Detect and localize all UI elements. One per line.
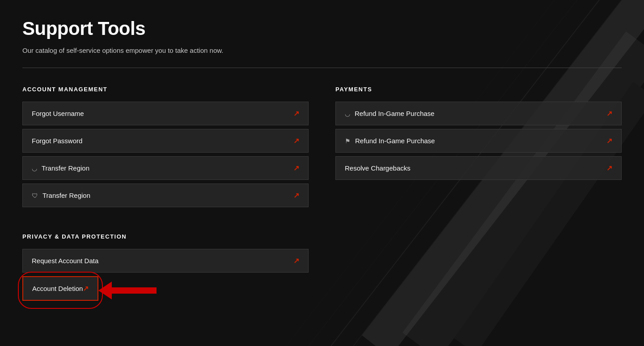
forgot-password-label: Forgot Password <box>32 137 82 145</box>
refund-ingame-2-arrow-icon: ↗ <box>606 137 612 145</box>
request-account-data-button[interactable]: Request Account Data ↗ <box>22 249 309 273</box>
resolve-chargebacks-arrow-icon: ↗ <box>606 164 612 172</box>
payments-section: PAYMENTS ◡ Refund In-Game Purchase ↗ ⚑ R… <box>335 86 622 211</box>
privacy-buttons-container: Request Account Data ↗ Account Deletion … <box>22 249 309 304</box>
refund-ingame-1-label: Refund In-Game Purchase <box>355 110 434 117</box>
forgot-username-arrow-icon: ↗ <box>293 109 299 118</box>
refund-ingame-2-button[interactable]: ⚑ Refund In-Game Purchase ↗ <box>335 129 622 153</box>
request-account-data-arrow-icon: ↗ <box>293 256 299 265</box>
account-deletion-button[interactable]: Account Deletion ↗ <box>22 276 98 301</box>
refund-ingame-1-icon: ◡ <box>345 110 350 117</box>
refund-ingame-1-arrow-icon: ↗ <box>606 109 612 118</box>
transfer-region-1-icon: ◡ <box>32 165 37 172</box>
transfer-region-1-arrow-icon: ↗ <box>293 164 299 172</box>
resolve-chargebacks-button[interactable]: Resolve Chargebacks ↗ <box>335 156 622 180</box>
account-deletion-label: Account Deletion <box>32 285 83 292</box>
transfer-region-1-button[interactable]: ◡ Transfer Region ↗ <box>22 156 309 180</box>
transfer-region-2-label: Transfer Region <box>42 192 90 199</box>
section-divider <box>22 68 622 68</box>
page-title: Support Tools <box>22 18 622 39</box>
annotation-arrow <box>98 282 157 299</box>
forgot-username-button[interactable]: Forgot Username ↗ <box>22 102 309 125</box>
payments-title: PAYMENTS <box>335 86 622 93</box>
forgot-password-button[interactable]: Forgot Password ↗ <box>22 129 309 153</box>
main-container: Support Tools Our catalog of self-servic… <box>0 0 644 322</box>
forgot-password-arrow-icon: ↗ <box>293 137 299 145</box>
account-management-title: ACCOUNT MANAGEMENT <box>22 86 309 93</box>
refund-ingame-2-icon: ⚑ <box>345 137 351 145</box>
transfer-region-1-label: Transfer Region <box>42 164 89 172</box>
transfer-region-2-button[interactable]: 🛡 Transfer Region ↗ <box>22 184 309 207</box>
transfer-region-2-icon: 🛡 <box>32 192 38 199</box>
request-account-data-label: Request Account Data <box>32 257 98 265</box>
account-deletion-arrow-icon: ↗ <box>83 284 89 293</box>
transfer-region-2-arrow-icon: ↗ <box>293 191 299 200</box>
forgot-username-label: Forgot Username <box>32 110 84 117</box>
privacy-section: PRIVACY & DATA PROTECTION Request Accoun… <box>22 233 622 304</box>
resolve-chargebacks-label: Resolve Chargebacks <box>345 164 411 172</box>
refund-ingame-2-label: Refund In-Game Purchase <box>355 137 435 145</box>
account-deletion-annotation: Account Deletion ↗ <box>22 276 98 304</box>
refund-ingame-1-button[interactable]: ◡ Refund In-Game Purchase ↗ <box>335 102 622 125</box>
privacy-title: PRIVACY & DATA PROTECTION <box>22 233 622 240</box>
top-sections-grid: ACCOUNT MANAGEMENT Forgot Username ↗ For… <box>22 86 622 211</box>
account-management-section: ACCOUNT MANAGEMENT Forgot Username ↗ For… <box>22 86 309 211</box>
page-subtitle: Our catalog of self-service options empo… <box>22 47 622 54</box>
